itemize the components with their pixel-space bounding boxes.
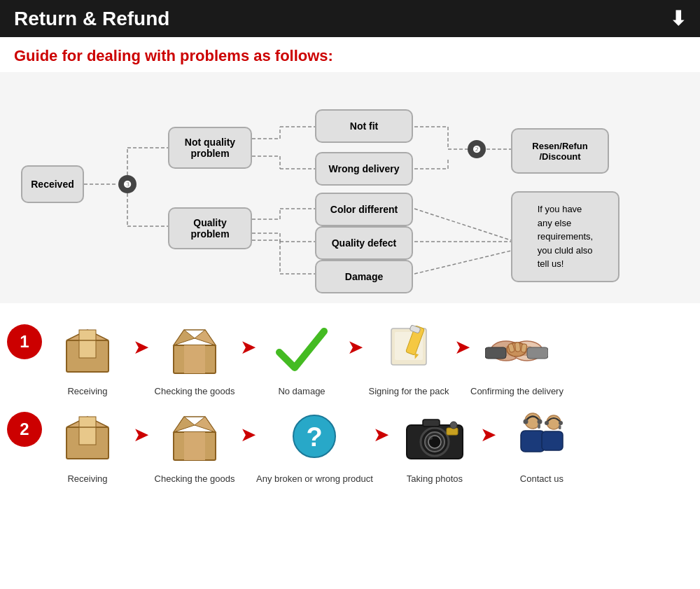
header-title: Return & Refund <box>14 8 169 30</box>
node-quality-defect: Quality defect <box>315 226 413 260</box>
process-row-1: 1 Receiving ➤ <box>7 317 693 398</box>
svg-marker-61 <box>195 417 216 432</box>
process-number-1: 1 <box>7 324 42 359</box>
step-1-checking: Checking the goods <box>149 317 240 398</box>
svg-rect-74 <box>521 431 545 452</box>
svg-point-69 <box>428 436 433 440</box>
step-label-2-photos: Taking photos <box>407 473 463 485</box>
flowchart-container: Received ❸ Not quality problem Quality p… <box>14 86 686 289</box>
svg-line-26 <box>414 209 511 240</box>
step-label-2-receiving: Receiving <box>67 473 107 485</box>
process-number-2: 2 <box>7 412 42 447</box>
step-label-1-confirming: Confirming the delivery <box>470 386 564 398</box>
step-arrow-1-1: ➤ <box>133 335 149 359</box>
header-bar: Return & Refund ⬇ <box>0 0 700 37</box>
step-1-nodamage: No damage <box>256 317 347 398</box>
svg-point-81 <box>559 421 563 425</box>
step-icon-person <box>507 405 577 468</box>
step-1-signing: Signing for the pack <box>363 317 454 398</box>
node-not-quality: Not quality problem <box>168 127 252 169</box>
svg-rect-82 <box>559 425 561 429</box>
badge-2: ❷ <box>468 140 486 158</box>
svg-point-80 <box>545 421 549 425</box>
step-icon-box-open-2 <box>160 405 230 468</box>
step-2-checking: Checking the goods <box>149 405 240 485</box>
node-quality: Quality problem <box>168 207 252 249</box>
process-steps-2: Receiving ➤ Checking the goods ➤ <box>42 405 693 485</box>
svg-line-28 <box>414 251 511 274</box>
step-label-2-broken: Any broken or wrong product <box>256 473 373 485</box>
svg-point-76 <box>537 419 542 424</box>
node-color-different: Color different <box>315 193 413 226</box>
svg-rect-47 <box>485 347 506 359</box>
badge-3: ❸ <box>118 175 136 193</box>
svg-rect-77 <box>538 424 540 429</box>
process-section: 1 Receiving ➤ <box>0 303 700 499</box>
step-2-broken: ? Any broken or wrong product <box>256 405 373 485</box>
step-label-2-checking: Checking the goods <box>155 473 235 485</box>
svg-marker-36 <box>174 330 195 345</box>
step-icon-handshake <box>482 317 552 380</box>
step-arrow-2-1: ➤ <box>133 423 149 446</box>
node-received: Received <box>21 165 84 203</box>
svg-point-72 <box>450 422 457 429</box>
step-icon-box-open <box>160 317 230 380</box>
svg-rect-71 <box>447 428 458 435</box>
svg-rect-48 <box>527 347 548 359</box>
svg-rect-31 <box>79 330 96 358</box>
step-icon-question: ? <box>279 405 349 468</box>
step-2-receiving: Receiving <box>42 405 133 485</box>
svg-point-75 <box>523 419 528 424</box>
svg-marker-37 <box>195 330 216 345</box>
step-arrow-1-2: ➤ <box>240 335 256 359</box>
svg-rect-79 <box>542 431 563 450</box>
step-arrow-1-3: ➤ <box>347 335 363 359</box>
step-icon-checkmark <box>267 317 337 380</box>
svg-rect-55 <box>79 417 96 445</box>
step-label-1-checking: Checking the goods <box>155 386 235 398</box>
step-label-2-contact: Contact us <box>520 473 564 485</box>
step-label-1-signing: Signing for the pack <box>369 386 449 398</box>
step-icon-pencil <box>374 317 444 380</box>
step-2-contact: Contact us <box>496 405 587 485</box>
flowchart-section: Received ❸ Not quality problem Quality p… <box>0 72 700 303</box>
step-2-photos: Taking photos <box>389 405 480 485</box>
node-not-fit: Not fit <box>315 109 413 143</box>
step-arrow-2-2: ➤ <box>240 423 256 446</box>
header-arrow-icon: ⬇ <box>670 7 686 30</box>
step-arrow-1-4: ➤ <box>454 335 470 359</box>
step-icon-box-closed-2 <box>52 405 122 468</box>
svg-rect-52 <box>521 343 527 352</box>
step-icon-box-closed <box>52 317 122 380</box>
step-1-confirming: Confirming the delivery <box>470 317 564 398</box>
step-1-receiving: Receiving <box>42 317 133 398</box>
step-arrow-2-3: ➤ <box>373 423 389 446</box>
svg-rect-38 <box>184 345 205 373</box>
guide-title: Guide for dealing with problems as follo… <box>0 37 700 72</box>
process-steps-1: Receiving ➤ Checking the goods ➤ <box>42 317 693 398</box>
svg-rect-70 <box>423 420 440 427</box>
step-label-1-nodamage: No damage <box>278 386 325 398</box>
step-icon-camera <box>400 405 470 468</box>
svg-text:?: ? <box>307 422 323 452</box>
svg-rect-51 <box>515 342 521 352</box>
node-wrong-delivery: Wrong delivery <box>315 152 413 186</box>
step-arrow-2-4: ➤ <box>480 423 496 446</box>
svg-marker-60 <box>174 417 195 432</box>
node-outcome1: Resen/Refun /Discount <box>511 128 609 174</box>
process-row-2: 2 Receiving ➤ <box>7 405 693 485</box>
node-damage: Damage <box>315 260 413 293</box>
svg-rect-62 <box>184 432 205 460</box>
node-outcome2: If you have any else requirements, you c… <box>511 191 620 282</box>
step-label-1-receiving: Receiving <box>67 386 107 398</box>
